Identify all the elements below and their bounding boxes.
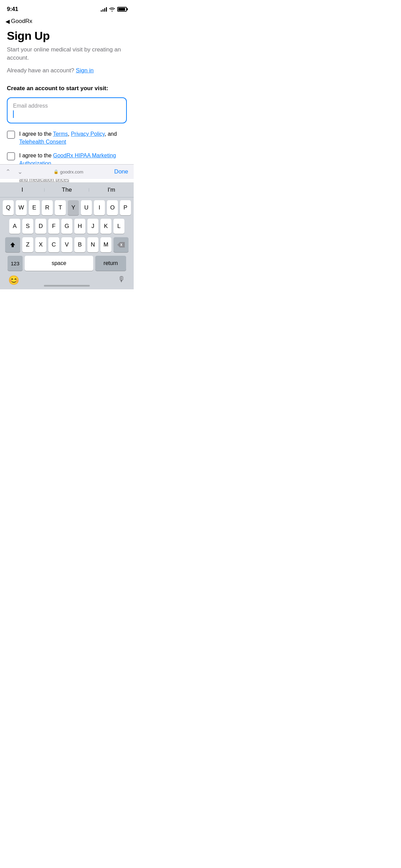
key-k[interactable]: K: [100, 219, 111, 234]
terms-checkbox[interactable]: [7, 131, 15, 139]
signin-link[interactable]: Sign in: [76, 67, 94, 74]
key-w[interactable]: W: [16, 200, 27, 215]
key-y[interactable]: Y: [68, 200, 79, 215]
key-x[interactable]: X: [35, 237, 46, 252]
done-button[interactable]: Done: [114, 168, 128, 175]
backspace-key[interactable]: [113, 237, 129, 252]
key-b[interactable]: B: [74, 237, 85, 252]
key-row-bottom: 123 space return: [1, 256, 132, 271]
terms-link[interactable]: Terms: [53, 131, 68, 137]
key-d[interactable]: D: [35, 219, 46, 234]
browser-domain: 🔒 goodrx.com: [53, 169, 83, 174]
telehealth-consent-link[interactable]: Telehealth Consent: [19, 139, 66, 145]
status-bar: 9:41: [0, 0, 134, 16]
wifi-icon: [109, 7, 115, 12]
predictive-word-1[interactable]: I: [0, 186, 45, 193]
key-q[interactable]: Q: [3, 200, 14, 215]
email-input-field[interactable]: Email address: [7, 97, 127, 123]
key-e[interactable]: E: [29, 200, 40, 215]
microphone-icon[interactable]: 🎙: [118, 275, 125, 284]
key-z[interactable]: Z: [22, 237, 33, 252]
keyboard-rows: Q W E R T Y U I O P A S D F G H J K L: [0, 197, 134, 272]
key-r[interactable]: R: [42, 200, 53, 215]
key-h[interactable]: H: [74, 219, 85, 234]
signin-prompt: Already have an account? Sign in: [7, 67, 127, 74]
terms-checkbox-row: I agree to the Terms, Privacy Policy, an…: [7, 130, 127, 146]
text-cursor: [13, 110, 14, 118]
form-section-label: Create an account to start your visit:: [7, 85, 127, 92]
keyboard-bottom-bar: 😊 🎙: [0, 272, 134, 289]
browser-nav-arrows: ⌃ ⌄: [5, 168, 23, 176]
status-icons: [101, 7, 127, 12]
email-placeholder: Email address: [13, 103, 121, 109]
page-subtitle: Start your online medical visit by creat…: [7, 46, 127, 62]
shift-key[interactable]: [5, 237, 20, 252]
nav-back[interactable]: ◀ GoodRx: [0, 16, 134, 27]
key-p[interactable]: P: [120, 200, 131, 215]
predictive-bar: I The I'm: [0, 182, 134, 197]
browser-back-arrow[interactable]: ⌃: [5, 168, 11, 176]
numbers-key[interactable]: 123: [8, 256, 23, 271]
home-indicator: [44, 285, 90, 287]
battery-icon: [117, 7, 127, 12]
key-g[interactable]: G: [61, 219, 72, 234]
page-title: Sign Up: [7, 29, 127, 43]
browser-bar: ⌃ ⌄ 🔒 goodrx.com Done: [0, 164, 134, 179]
terms-label: I agree to the Terms, Privacy Policy, an…: [19, 130, 127, 146]
key-a[interactable]: A: [9, 219, 20, 234]
key-n[interactable]: N: [87, 237, 98, 252]
key-t[interactable]: T: [55, 200, 66, 215]
key-v[interactable]: V: [61, 237, 72, 252]
back-arrow-icon: ◀: [5, 18, 10, 25]
hipaa-checkbox[interactable]: [7, 152, 15, 160]
key-i[interactable]: I: [94, 200, 105, 215]
privacy-policy-link[interactable]: Privacy Policy: [71, 131, 105, 137]
key-row-3: Z X C V B N M: [1, 237, 132, 252]
key-u[interactable]: U: [81, 200, 92, 215]
signal-icon: [101, 7, 107, 12]
emoji-icon[interactable]: 😊: [8, 275, 19, 286]
key-f[interactable]: F: [48, 219, 59, 234]
key-j[interactable]: J: [87, 219, 98, 234]
predictive-word-3[interactable]: I'm: [89, 186, 134, 193]
browser-forward-arrow[interactable]: ⌄: [17, 168, 23, 176]
key-c[interactable]: C: [48, 237, 59, 252]
back-label: GoodRx: [11, 18, 32, 25]
key-l[interactable]: L: [113, 219, 124, 234]
keyboard: I The I'm Q W E R T Y U I O P A S D F G: [0, 182, 134, 289]
key-o[interactable]: O: [107, 200, 118, 215]
space-key[interactable]: space: [25, 256, 93, 271]
predictive-word-2[interactable]: The: [45, 186, 89, 193]
key-m[interactable]: M: [100, 237, 111, 252]
return-key[interactable]: return: [95, 256, 126, 271]
status-time: 9:41: [7, 6, 18, 13]
lock-icon: 🔒: [53, 169, 59, 174]
key-row-1: Q W E R T Y U I O P: [1, 200, 132, 215]
key-s[interactable]: S: [22, 219, 33, 234]
key-row-2: A S D F G H J K L: [1, 219, 132, 234]
